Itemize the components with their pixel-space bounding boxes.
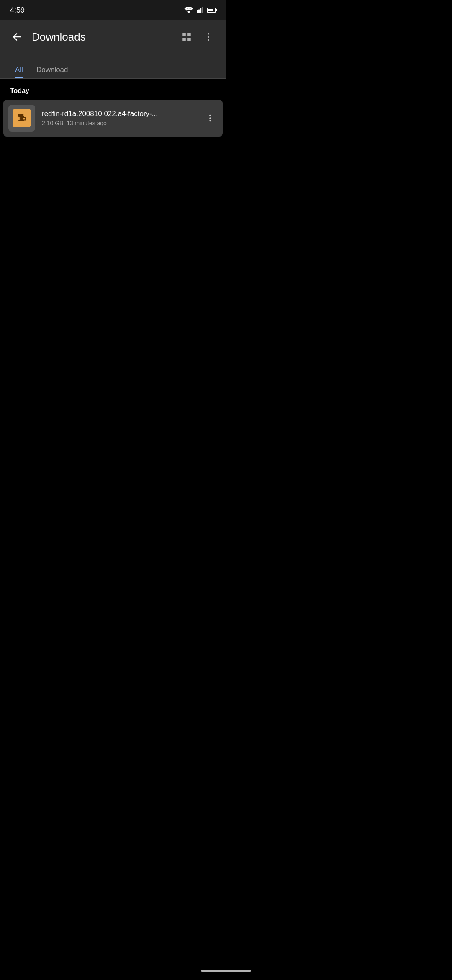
status-time: 4:59 <box>10 6 25 15</box>
battery-icon <box>207 8 216 13</box>
list-item[interactable]: 🗜 redfin-rd1a.200810.022.a4-factory-... … <box>3 100 223 137</box>
file-list: 🗜 redfin-rd1a.200810.022.a4-factory-... … <box>0 100 226 137</box>
tab-download[interactable]: Download <box>30 62 75 78</box>
svg-rect-1 <box>198 9 200 13</box>
section-title-today: Today <box>10 87 29 94</box>
zip-glyph: 🗜 <box>18 113 26 123</box>
tab-all[interactable]: All <box>8 62 30 78</box>
content-area: Today 🗜 redfin-rd1a.200810.022.a4-factor… <box>0 79 226 137</box>
svg-point-8 <box>209 117 211 119</box>
page-title: Downloads <box>32 31 171 44</box>
file-name: redfin-rd1a.200810.022.a4-factory-... <box>42 110 196 118</box>
toolbar-actions <box>177 28 218 46</box>
svg-point-7 <box>209 115 211 116</box>
svg-rect-2 <box>200 8 201 13</box>
section-today: Today <box>0 79 226 100</box>
file-info: redfin-rd1a.200810.022.a4-factory-... 2.… <box>42 110 196 126</box>
signal-icon <box>197 7 203 13</box>
file-meta: 2.10 GB, 13 minutes ago <box>42 120 196 126</box>
file-more-button[interactable] <box>203 111 218 126</box>
svg-point-6 <box>208 39 209 41</box>
more-options-button[interactable] <box>199 28 218 46</box>
back-button[interactable] <box>8 28 25 45</box>
zip-file-icon: 🗜 <box>13 109 31 127</box>
status-icons <box>184 7 216 13</box>
svg-point-4 <box>208 33 209 34</box>
grid-view-button[interactable] <box>177 28 196 46</box>
app-bar: Downloads <box>0 20 226 54</box>
file-icon-wrap: 🗜 <box>8 105 35 132</box>
svg-point-5 <box>208 36 209 38</box>
svg-point-9 <box>209 120 211 122</box>
wifi-icon <box>184 7 193 13</box>
status-bar: 4:59 <box>0 0 226 20</box>
svg-rect-3 <box>202 7 203 13</box>
svg-rect-0 <box>197 10 198 13</box>
tab-bar: All Download <box>0 54 226 79</box>
